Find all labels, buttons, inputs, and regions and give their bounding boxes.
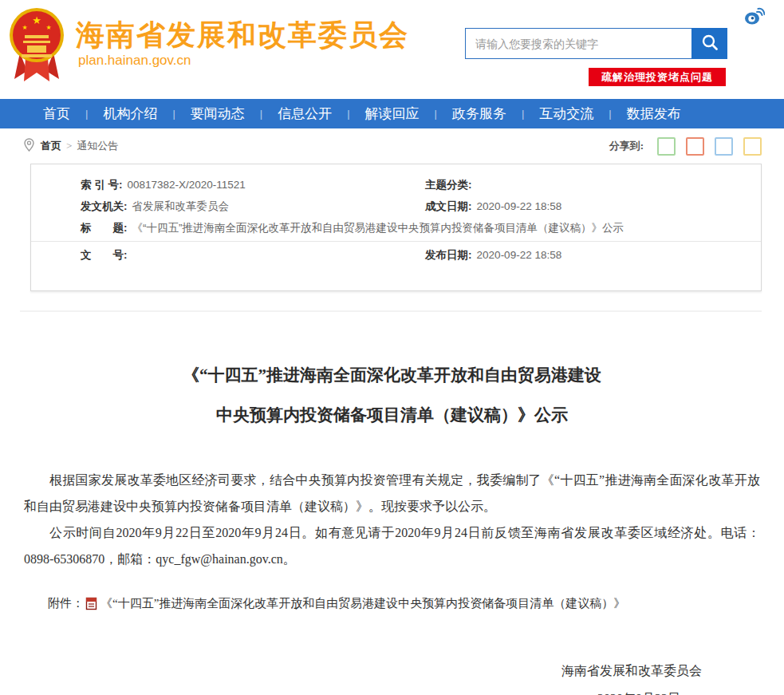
breadcrumb-separator: > <box>66 140 72 152</box>
nav-separator: | <box>85 108 88 120</box>
location-pin-icon <box>24 138 34 155</box>
svg-text:★: ★ <box>32 14 41 26</box>
search-bar <box>465 28 727 59</box>
meta-row-index: 索 引 号: 00817382-X/2020-11521 主题分类: <box>31 174 761 195</box>
signature-date: 2020年9月22日 <box>24 691 760 695</box>
attachment-label: 附件： <box>48 591 84 615</box>
meta-issuer-value: 省发展和改革委员会 <box>132 195 230 217</box>
document-title: 《“十四五”推进海南全面深化改革开放和自由贸易港建设 中央预算内投资储备项目清单… <box>24 355 760 435</box>
nav-item-interpretation[interactable]: 解读回应 <box>360 105 424 123</box>
nav-item-info-disclosure[interactable]: 信息公开 <box>273 105 337 123</box>
nav-item-services[interactable]: 政务服务 <box>447 105 511 123</box>
meta-pubdate-value: 2020-09-22 18:58 <box>477 244 562 266</box>
main-nav: 首页 | 机构介绍 | 要闻动态 | 信息公开 | 解读回应 | 政务服务 | … <box>0 99 784 128</box>
paragraph-1: 根据国家发展改革委地区经济司要求，结合中央预算内投资管理有关规定，我委编制了《“… <box>24 467 760 519</box>
meta-index-value: 00817382-X/2020-11521 <box>128 174 246 195</box>
document-title-line1: 《“十四五”推进海南全面深化改革开放和自由贸易港建设 <box>24 355 760 395</box>
nav-separator: | <box>435 108 437 120</box>
attachment-link[interactable]: 《“十四五”推进海南全面深化改革开放和自由贸易港建设中央预算内投资储备项目清单（… <box>100 591 625 615</box>
investment-issue-report-link[interactable]: 疏解治理投资堵点问题 <box>589 68 726 86</box>
article-body: 《“十四五”推进海南全面深化改革开放和自由贸易港建设 中央预算内投资储备项目清单… <box>0 355 784 695</box>
site-url: plan.hainan.gov.cn <box>78 53 191 69</box>
meta-row-title: 标 题: 《“十四五”推进海南全面深化改革开放和自由贸易港建设中央预算内投资储备… <box>31 217 761 239</box>
attachment-file-icon <box>85 597 97 610</box>
share-button-qq[interactable] <box>715 137 733 156</box>
meta-index-label: 索 引 号: <box>81 174 123 195</box>
share-button-weibo[interactable] <box>686 137 704 156</box>
meta-title-value: 《“十四五”推进海南全面深化改革开放和自由贸易港建设中央预算内投资储备项目清单（… <box>132 217 624 239</box>
site-header: ★ ★ ★ 海南省发展和改革委员会 plan.hainan.gov.cn 疏解治… <box>0 0 784 99</box>
meta-row-issuer: 发文机关: 省发展和改革委员会 成文日期: 2020-09-22 18:58 <box>31 195 761 217</box>
document-meta-table: 索 引 号: 00817382-X/2020-11521 主题分类: 发文机关:… <box>30 164 762 291</box>
national-emblem-logo: ★ ★ ★ <box>8 5 65 86</box>
meta-pubdate-label: 发布日期: <box>425 244 472 266</box>
meta-topic-label: 主题分类: <box>425 174 472 195</box>
share-bar: 分享到: <box>609 137 762 156</box>
svg-text:★: ★ <box>22 24 27 31</box>
meta-row-docno: 文 号: 发布日期: 2020-09-22 18:58 <box>31 241 761 266</box>
nav-item-about[interactable]: 机构介绍 <box>98 105 162 123</box>
meta-written-date-label: 成文日期: <box>425 195 472 217</box>
meta-title-label: 标 题: <box>81 217 128 239</box>
svg-text:★: ★ <box>45 24 51 31</box>
nav-separator: | <box>260 108 262 120</box>
nav-separator: | <box>609 108 611 120</box>
nav-item-home[interactable]: 首页 <box>38 105 75 123</box>
document-title-line2: 中央预算内投资储备项目清单（建议稿）》公示 <box>24 395 760 435</box>
paragraph-2: 公示时间自2020年9月22日至2020年9月24日。如有意见请于2020年9月… <box>24 519 760 572</box>
nav-separator: | <box>172 108 175 120</box>
breadcrumb-row: 首页 > 通知公告 分享到: <box>0 128 784 164</box>
share-label: 分享到: <box>609 139 644 153</box>
section-divider <box>20 310 762 312</box>
breadcrumb-home[interactable]: 首页 <box>41 139 61 153</box>
meta-docno-label: 文 号: <box>81 244 128 266</box>
nav-item-interaction[interactable]: 互动交流 <box>534 105 598 123</box>
search-input[interactable] <box>465 28 691 59</box>
breadcrumb-current[interactable]: 通知公告 <box>77 139 118 153</box>
share-button-more[interactable] <box>743 137 762 156</box>
share-button-wechat[interactable] <box>657 137 676 156</box>
meta-issuer-label: 发文机关: <box>81 195 128 217</box>
breadcrumb: 首页 > 通知公告 <box>24 138 118 155</box>
attachment-row: 附件： 《“十四五”推进海南全面深化改革开放和自由贸易港建设中央预算内投资储备项… <box>24 591 760 615</box>
nav-item-news[interactable]: 要闻动态 <box>186 105 250 123</box>
weibo-icon[interactable] <box>744 6 765 29</box>
search-button[interactable] <box>691 28 727 59</box>
nav-separator: | <box>347 108 349 120</box>
nav-item-data[interactable]: 数据发布 <box>622 105 686 123</box>
nav-separator: | <box>522 108 524 120</box>
search-icon <box>701 34 719 53</box>
site-title: 海南省发展和改革委员会 <box>76 16 409 55</box>
meta-written-date-value: 2020-09-22 18:58 <box>477 195 562 217</box>
signature-org: 海南省发展和改革委员会 <box>24 663 760 680</box>
